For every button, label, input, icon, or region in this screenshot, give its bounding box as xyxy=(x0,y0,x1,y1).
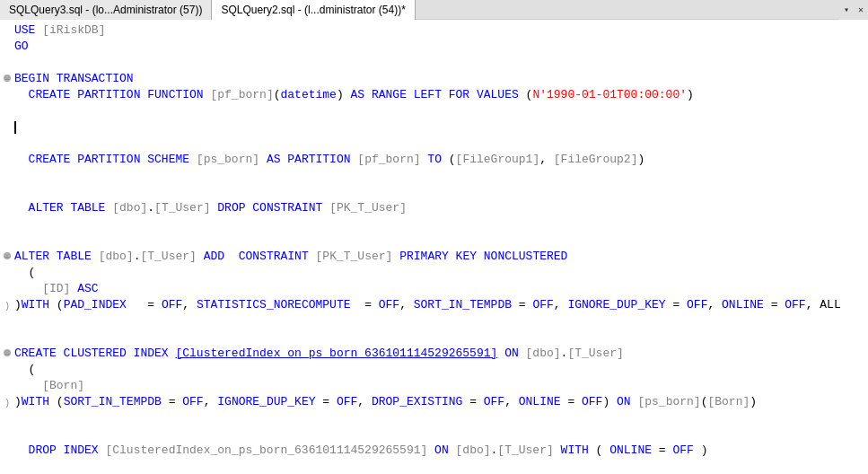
code-line: DROP INDEX [ClusteredIndex_on_ps_born_63… xyxy=(0,443,868,460)
collapse-close-icon[interactable]: ) xyxy=(2,299,13,313)
code-line: ALTER TABLE [dbo].[T_User] DROP CONSTRAI… xyxy=(0,201,868,217)
close-button[interactable]: ✕ xyxy=(854,0,868,20)
code-token: ) xyxy=(602,395,617,408)
code-token: [T_User] xyxy=(154,201,210,215)
code-token: ( xyxy=(442,153,456,166)
code-token: [T_User] xyxy=(567,347,623,360)
code-token: TO xyxy=(427,153,442,166)
code-token: OFF xyxy=(162,298,182,312)
code-token: ALTER TABLE xyxy=(14,250,92,263)
code-token: PRIMARY KEY NONCLUSTERED xyxy=(399,250,567,263)
code-token: ( xyxy=(274,88,281,101)
code-token: SORT_IN_TEMPDB xyxy=(64,395,162,408)
code-token: WITH xyxy=(22,298,49,312)
code-line xyxy=(0,427,868,443)
code-token: [ClusteredIndex_on_ps_born_6361011145292… xyxy=(105,443,427,457)
code-token: N'1990-01-01T00:00:00' xyxy=(532,88,687,101)
code-token: [dbo] xyxy=(112,201,147,215)
line-content: CREATE PARTITION SCHEME [ps_born] AS PAR… xyxy=(14,153,868,166)
code-token: ) xyxy=(14,298,22,312)
code-token: OFF xyxy=(582,395,602,408)
code-token: , xyxy=(357,395,372,408)
code-line: GO xyxy=(0,40,868,56)
code-editor[interactable]: USE [iRiskDB]GO−BEGIN TRANSACTION CREATE… xyxy=(0,20,868,474)
code-token: , xyxy=(539,153,554,166)
code-token: SORT_IN_TEMPDB xyxy=(414,298,512,312)
line-content: CREATE CLUSTERED INDEX [ClusteredIndex_o… xyxy=(14,347,868,360)
collapse-icon[interactable]: − xyxy=(2,347,13,362)
tab-query2[interactable]: SQLQuery2.sql - (l...dministrator (54))* xyxy=(212,0,415,20)
code-token: BEGIN TRANSACTION xyxy=(14,72,134,85)
code-line: −BEGIN TRANSACTION xyxy=(0,72,868,88)
code-line xyxy=(0,217,868,233)
code-token: [dbo] xyxy=(526,347,561,360)
code-token: , xyxy=(554,298,568,312)
code-line xyxy=(0,411,868,427)
code-line: CREATE PARTITION FUNCTION [pf_born](date… xyxy=(0,88,868,104)
line-content: [ID] ASC xyxy=(14,282,868,295)
code-line xyxy=(0,104,868,120)
code-token: STATISTICS_NORECOMPUTE xyxy=(197,298,351,312)
code-token: = xyxy=(666,298,687,312)
line-content: BEGIN TRANSACTION xyxy=(14,72,868,85)
code-token xyxy=(449,443,456,457)
collapse-icon[interactable]: − xyxy=(2,250,13,265)
code-line xyxy=(0,460,868,474)
code-line xyxy=(0,233,868,250)
code-token: ON xyxy=(504,347,519,360)
line-content: )WITH (PAD_INDEX = OFF, STATISTICS_NOREC… xyxy=(14,298,868,312)
code-token: [pf_born] xyxy=(210,88,273,101)
code-token: ASC xyxy=(77,282,98,295)
code-line xyxy=(0,185,868,201)
code-token: IGNORE_DUP_KEY xyxy=(567,298,665,312)
code-token xyxy=(427,443,434,457)
code-token: , xyxy=(504,395,519,408)
collapse-close-icon[interactable]: ) xyxy=(2,396,13,410)
code-token: ( xyxy=(519,88,533,101)
code-line: ))WITH (SORT_IN_TEMPDB = OFF, IGNORE_DUP… xyxy=(0,395,868,411)
code-token: ) xyxy=(337,88,351,101)
tab-query3[interactable]: SQLQuery3.sql - (lo...Administrator (57)… xyxy=(0,0,212,20)
code-token: [ClusteredIndex_on_ps_born_6361011145292… xyxy=(175,347,497,360)
tab-query2-label: SQLQuery2.sql - (l...dministrator (54))* xyxy=(221,4,405,16)
code-token: = xyxy=(512,298,532,312)
code-token: = xyxy=(561,395,582,408)
tab-query3-label: SQLQuery3.sql - (lo...Administrator (57)… xyxy=(9,4,202,16)
code-token: ONLINE xyxy=(609,443,652,457)
code-token: = xyxy=(351,298,379,312)
line-content: [Born] xyxy=(14,379,868,392)
code-token: IGNORE_DUP_KEY xyxy=(217,395,315,408)
code-line: −CREATE CLUSTERED INDEX [ClusteredIndex_… xyxy=(0,347,868,363)
code-line xyxy=(0,56,868,72)
code-line: USE [iRiskDB] xyxy=(0,23,868,40)
code-token: AS PARTITION xyxy=(267,153,351,166)
code-line: ( xyxy=(0,363,868,379)
minimize-button[interactable]: ▾ xyxy=(839,0,854,20)
code-token: CREATE CLUSTERED INDEX xyxy=(14,347,169,360)
collapse-icon[interactable]: − xyxy=(2,73,13,87)
code-token: WITH xyxy=(561,443,589,457)
code-token: [ID] xyxy=(42,282,70,295)
code-token xyxy=(554,443,561,457)
line-content: ( xyxy=(14,266,868,279)
code-token: , xyxy=(707,298,722,312)
code-token: ON xyxy=(434,443,449,457)
code-token: ) xyxy=(687,88,694,101)
code-token: ) xyxy=(694,443,708,457)
code-line: ( xyxy=(0,266,868,282)
line-content: ALTER TABLE [dbo].[T_User] DROP CONSTRAI… xyxy=(14,201,868,215)
title-bar: SQLQuery3.sql - (lo...Administrator (57)… xyxy=(0,0,868,20)
line-content: USE [iRiskDB] xyxy=(14,23,868,37)
code-token: = xyxy=(162,395,182,408)
code-token xyxy=(189,153,197,166)
code-token: OFF xyxy=(182,395,203,408)
line-content: ALTER TABLE [dbo].[T_User] ADD CONSTRAIN… xyxy=(14,250,868,263)
code-token: CREATE PARTITION FUNCTION xyxy=(29,88,204,101)
code-token: datetime xyxy=(281,88,337,101)
code-token xyxy=(309,250,316,263)
code-token: DROP CONSTRAINT xyxy=(217,201,322,215)
code-token: [PK_T_User] xyxy=(316,250,393,263)
code-token: [ps_born] xyxy=(637,395,700,408)
code-token: ALTER TABLE xyxy=(29,201,106,215)
code-token: . xyxy=(147,201,154,215)
